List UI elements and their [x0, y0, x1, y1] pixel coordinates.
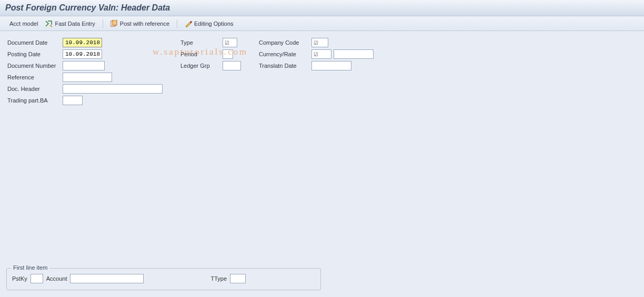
- title-text: Post Foreign Currency Valn: Header Data: [5, 3, 170, 12]
- input-type[interactable]: [223, 38, 237, 47]
- input-ledger-grp[interactable]: [223, 61, 241, 70]
- row-currency-rate: Currency/Rate ☑: [259, 49, 374, 59]
- form-column-2: Type ☑ Period Ledger Grp: [180, 37, 241, 71]
- row-type: Type ☑: [180, 37, 241, 48]
- row-company-code: Company Code ☑: [259, 37, 374, 48]
- form-column-1: Document Date Posting Date Document Numb…: [7, 37, 163, 106]
- label-reference: Reference: [7, 74, 63, 80]
- first-line-item-legend: First line item: [11, 264, 49, 271]
- acct-model-label: Acct model: [9, 21, 38, 27]
- header-form: Document Date Posting Date Document Numb…: [7, 37, 637, 106]
- post-with-reference-label: Post with reference: [120, 21, 169, 27]
- row-doc-header: Doc. Header: [7, 84, 163, 94]
- editing-options-label: Editing Options: [194, 21, 234, 27]
- label-company-code: Company Code: [259, 39, 311, 46]
- editing-options-icon: [185, 20, 192, 27]
- input-document-date[interactable]: [63, 38, 102, 47]
- row-period: Period: [180, 49, 241, 59]
- row-translatn-date: Translatn Date: [259, 60, 374, 71]
- toolbar-separator: [103, 19, 103, 28]
- input-translatn-date[interactable]: [311, 61, 351, 70]
- input-doc-header[interactable]: [63, 84, 163, 94]
- label-document-number: Document Number: [7, 63, 63, 69]
- input-reference[interactable]: [63, 73, 112, 82]
- row-trading-part-ba: Trading part.BA: [7, 95, 163, 106]
- fast-data-entry-button[interactable]: Fast Data Entry: [43, 19, 97, 28]
- fast-data-entry-label: Fast Data Entry: [55, 21, 95, 27]
- label-doc-header: Doc. Header: [7, 86, 63, 92]
- label-currency-rate: Currency/Rate: [259, 51, 311, 57]
- row-reference: Reference: [7, 72, 163, 83]
- input-document-number[interactable]: [63, 61, 105, 70]
- label-pstky: PstKy: [12, 275, 27, 282]
- label-trading-part-ba: Trading part.BA: [7, 97, 63, 104]
- toolbar-separator: [177, 19, 177, 28]
- editing-options-button[interactable]: Editing Options: [183, 19, 236, 28]
- window-title: Post Foreign Currency Valn: Header Data: [0, 0, 644, 16]
- input-account[interactable]: [70, 274, 144, 283]
- row-document-number: Document Number: [7, 60, 163, 71]
- input-currency[interactable]: [311, 49, 331, 59]
- input-posting-date[interactable]: [63, 49, 102, 59]
- row-posting-date: Posting Date: [7, 49, 163, 59]
- fast-data-entry-icon: [45, 20, 53, 27]
- input-period[interactable]: [223, 49, 233, 59]
- acct-model-button[interactable]: Acct model: [7, 19, 40, 28]
- label-ledger-grp: Ledger Grp: [180, 63, 223, 69]
- input-trading-part-ba[interactable]: [63, 96, 83, 105]
- first-line-item-group: First line item PstKy Account TType: [6, 268, 321, 290]
- content-area: w.saptutorials.com Document Date Posting…: [0, 31, 644, 296]
- label-type: Type: [180, 39, 223, 46]
- row-document-date: Document Date: [7, 37, 163, 48]
- application-toolbar: Acct model Fast Data Entry Post with ref…: [0, 16, 644, 31]
- input-ttype[interactable]: [230, 274, 246, 283]
- input-company-code[interactable]: [311, 38, 328, 47]
- form-column-3: Company Code ☑ Currency/Rate ☑ Translatn…: [259, 37, 374, 71]
- row-ledger-grp: Ledger Grp: [180, 60, 241, 71]
- post-with-reference-button[interactable]: Post with reference: [108, 19, 172, 28]
- input-pstky[interactable]: [31, 274, 43, 283]
- label-period: Period: [180, 51, 223, 57]
- post-with-reference-icon: [110, 20, 118, 27]
- label-ttype: TType: [210, 275, 227, 282]
- label-translatn-date: Translatn Date: [259, 63, 311, 69]
- input-rate[interactable]: [334, 49, 374, 59]
- line-item-row: PstKy Account TType: [12, 274, 315, 283]
- label-document-date: Document Date: [7, 39, 63, 46]
- svg-rect-1: [113, 20, 117, 25]
- label-account: Account: [46, 275, 67, 282]
- label-posting-date: Posting Date: [7, 51, 63, 57]
